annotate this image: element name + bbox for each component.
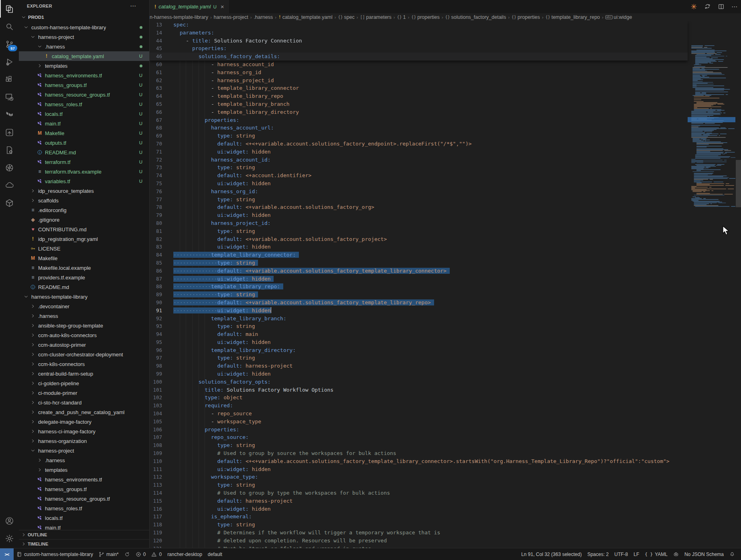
breadcrumb-item[interactable]: .harness: [254, 14, 273, 20]
file--editorconfig[interactable]: ≡.editorconfig: [19, 205, 149, 215]
remote-indicator[interactable]: ><: [0, 548, 14, 560]
code-line-62[interactable]: 62 - harness_project_id: [150, 77, 741, 85]
folder--devcontainer[interactable]: .devcontainer: [19, 301, 149, 311]
code-line-118[interactable]: 118 type: string: [150, 521, 741, 529]
code-line-91[interactable]: 91··············ui:widget: hidden: [150, 307, 741, 315]
section-outline[interactable]: OUTLINE: [19, 530, 149, 539]
code-editor[interactable]: 60 - harness_account_id61 - harness_org_…: [150, 21, 741, 548]
folder-harness-organization[interactable]: harness-organization: [19, 436, 149, 446]
status-copilot[interactable]: [670, 552, 682, 557]
breadcrumb-item[interactable]: {}1: [397, 14, 406, 20]
code-line-82[interactable]: 82 default: <+variable.account.solutions…: [150, 235, 741, 243]
more-actions-icon[interactable]: ⋯: [731, 3, 739, 11]
file-harness-groups-tf[interactable]: harness_groups.tfU: [19, 80, 149, 90]
file-readme-md[interactable]: README.mdU: [19, 148, 149, 157]
code-line-120[interactable]: 120 # deleted upon completion. Resources…: [150, 537, 741, 545]
code-line-94[interactable]: 94 default: main: [150, 330, 741, 338]
folder-templates[interactable]: templates: [19, 61, 149, 71]
code-line-46[interactable]: 46 solutions_factory_details:: [150, 53, 688, 61]
breadcrumb-item[interactable]: n-harness-template-library: [150, 14, 208, 20]
code-line-105[interactable]: 105 - workspace_type: [150, 418, 741, 426]
code-line-75[interactable]: 75 ui:widget: hidden: [150, 180, 741, 188]
code-line-111[interactable]: 111 ui:widget: hidden: [150, 465, 741, 473]
folder-harness-project[interactable]: harness-project: [19, 446, 149, 455]
activity-extensions-icon[interactable]: [0, 71, 19, 88]
code-line-109[interactable]: 109 # Used to group by source the worksp…: [150, 449, 741, 457]
code-line-100[interactable]: 100 solutions_factory_opts:: [150, 378, 741, 386]
code-line-110[interactable]: 110 default: <+<+variable.account.soluti…: [150, 457, 741, 465]
code-line-64[interactable]: 64 - template_library_repo: [150, 92, 741, 100]
file-harness-roles-tf[interactable]: harness_roles.tf: [19, 503, 149, 513]
file-harness-environments-tf[interactable]: harness_environments.tfU: [19, 71, 149, 80]
folder-idp-resource-templates[interactable]: idp_resource_templates: [19, 186, 149, 196]
code-line-99[interactable]: 99 ui:widget: hidden: [150, 370, 741, 378]
folder-harness-ci-image-factory[interactable]: harness-ci-image-factory: [19, 427, 149, 436]
file-providers-tf-example[interactable]: ≡providers.tf.example: [19, 273, 149, 282]
breadcrumb-item[interactable]: {}spec: [338, 14, 354, 20]
workspace-row[interactable]: PROD1: [19, 12, 149, 22]
code-line-95[interactable]: 95 ui:widget: hidden: [150, 338, 741, 346]
folder-ci-module-primer[interactable]: ci-module-primer: [19, 388, 149, 398]
file-license[interactable]: LICENSE: [19, 244, 149, 253]
file-terraform-tf[interactable]: terraform.tfU: [19, 157, 149, 167]
code-line-67[interactable]: 67 properties:: [150, 116, 741, 124]
file-readme-md[interactable]: README.md: [19, 282, 149, 292]
code-line-112[interactable]: 112 workspace_type:: [150, 473, 741, 481]
tab-catalog-template-yaml[interactable]: ! catalog_template.yaml U ×: [150, 0, 229, 13]
activity-cloud-icon[interactable]: [0, 176, 19, 194]
status-braces[interactable]: { }YAML: [642, 552, 670, 557]
activity-source-control-icon[interactable]: 57: [0, 35, 19, 53]
folder-ccm-auto-k8s-connectors[interactable]: ccm-auto-k8s-connectors: [19, 330, 149, 340]
code-line-106[interactable]: 106 properties:: [150, 426, 741, 434]
explorer-more-actions-icon[interactable]: ⋯: [130, 2, 146, 10]
file-locals-tf[interactable]: locals.tfU: [19, 109, 149, 119]
star-burst-icon[interactable]: [690, 3, 698, 11]
breadcrumb-item[interactable]: {}solutions_factory_details: [445, 14, 506, 20]
code-line-65[interactable]: 65 - template_library_branch: [150, 100, 741, 108]
code-line-69[interactable]: 69 type: string: [150, 132, 741, 140]
status-repo[interactable]: custom-harness-template-library: [14, 548, 96, 560]
breadcrumb-item[interactable]: {}properties: [411, 14, 440, 20]
code-line-88[interactable]: 88············template_library_repo:: [150, 283, 741, 291]
folder--harness[interactable]: .harness: [19, 455, 149, 465]
activity-infra-file-gear-icon[interactable]: [0, 141, 19, 159]
folder-ci-golden-pipeline[interactable]: ci-golden-pipeline: [19, 378, 149, 388]
file-harness-environments-tf[interactable]: harness_environments.tf: [19, 475, 149, 484]
code-line-60[interactable]: 60 - harness_account_id: [150, 61, 741, 69]
code-line-74[interactable]: 74 default: <+account.identifier>: [150, 172, 741, 180]
folder-templates[interactable]: templates: [19, 465, 149, 475]
file--gitignore[interactable]: ◆.gitignore: [19, 215, 149, 224]
code-line-79[interactable]: 79 ui:widget: hidden: [150, 211, 741, 219]
breadcrumb-item[interactable]: []parameters: [360, 14, 392, 20]
code-line-87[interactable]: 87··············ui:widget: hidden: [150, 275, 741, 283]
activity-container-cube-icon[interactable]: [0, 194, 19, 212]
folder-ccm-autostop-primer[interactable]: ccm-autostop-primer: [19, 340, 149, 350]
code-line-98[interactable]: 98 default: harness-project: [150, 362, 741, 370]
code-line-108[interactable]: 108 type: string: [150, 441, 741, 449]
code-line-63[interactable]: 63 - template_library_connector: [150, 84, 741, 92]
folder-create-and-push-new-catalog-yaml[interactable]: create_and_push_new_catalog_yaml: [19, 407, 149, 417]
split-editor-icon[interactable]: [717, 3, 725, 11]
activity-kubernetes-icon[interactable]: [0, 159, 19, 176]
activity-terraform-icon[interactable]: [0, 106, 19, 123]
file-contributing-md[interactable]: ♥CONTRIBUTING.md: [19, 224, 149, 234]
activity-settings-gear-icon[interactable]: [0, 530, 19, 547]
folder-central-build-farm-setup[interactable]: central-build-farm-setup: [19, 369, 149, 378]
activity-remote-explorer-icon[interactable]: [0, 88, 19, 106]
code-line-86[interactable]: 86··············default: <+variable.acco…: [150, 267, 741, 275]
code-line-101[interactable]: 101 title: Solutions Factory Workflow Op…: [150, 386, 741, 394]
status-error[interactable]: 0: [133, 548, 149, 560]
file-idp-registration-mgr-yaml[interactable]: !idp_registration_mgr.yaml: [19, 234, 149, 244]
file-makefile[interactable]: MMakefile: [19, 253, 149, 263]
code-line-114[interactable]: 114 # Used to group by type the workspac…: [150, 489, 741, 497]
code-line-76[interactable]: 76 harness_org_id:: [150, 188, 741, 196]
file-harness-groups-tf[interactable]: harness_groups.tf: [19, 484, 149, 494]
code-line-13[interactable]: 13spec:: [150, 21, 688, 29]
code-line-92[interactable]: 92 template_library_branch:: [150, 315, 741, 323]
activity-account-icon[interactable]: [0, 512, 19, 530]
breadcrumb-item[interactable]: abcui:widge: [605, 14, 632, 20]
code-line-44[interactable]: 44 - title: Solutions Factory Connection: [150, 37, 688, 45]
code-line-97[interactable]: 97 type: string: [150, 354, 741, 362]
file-harness-resource-groups-tf[interactable]: harness_resource_groups.tf: [19, 494, 149, 503]
status-lf[interactable]: LF: [631, 552, 642, 557]
